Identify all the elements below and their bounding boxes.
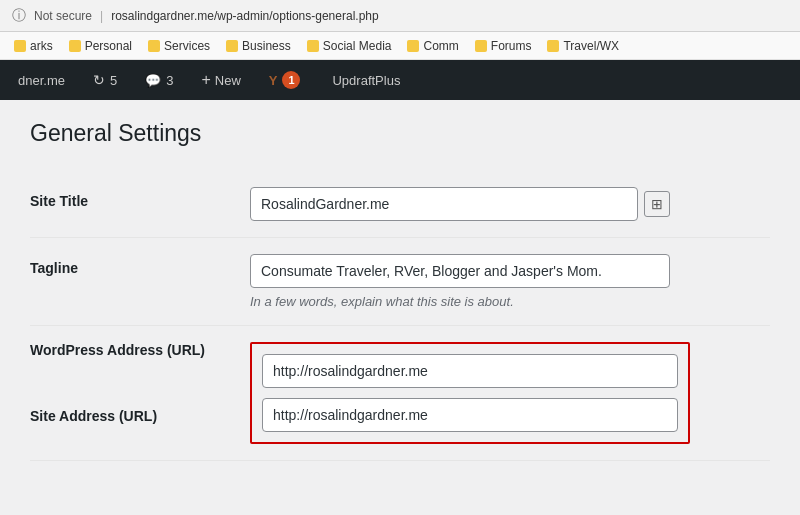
two-col-icon[interactable]: ⊞ [644,191,670,217]
main-content: General Settings Site Title ⊞ Tagline In… [0,100,800,515]
wp-address-input[interactable] [262,354,678,388]
address-labels: WordPress Address (URL) Site Address (UR… [30,342,250,424]
comments-item[interactable]: 💬 3 [139,60,179,100]
bookmark-travel-wx[interactable]: Travel/WX [541,37,625,55]
page-title: General Settings [30,120,770,147]
site-title-row: Site Title ⊞ [30,171,770,238]
tagline-hint: In a few words, explain what this site i… [250,294,770,309]
comment-icon: 💬 [145,73,161,88]
address-fields [250,342,770,444]
bookmark-label: Travel/WX [563,39,619,53]
bookmark-item[interactable]: arks [8,37,59,55]
bookmark-folder-icon [475,40,487,52]
refresh-item[interactable]: ↻ 5 [87,60,123,100]
bookmark-folder-icon [148,40,160,52]
not-secure-label: Not secure [34,9,92,23]
bookmark-label: Personal [85,39,132,53]
bookmark-services[interactable]: Services [142,37,216,55]
info-icon: ⓘ [12,7,26,25]
comments-count: 3 [166,73,173,88]
site-address-label: Site Address (URL) [30,408,250,424]
bookmark-business[interactable]: Business [220,37,297,55]
bookmark-folder-icon [69,40,81,52]
notification-badge: 1 [282,71,300,89]
bookmark-label: Social Media [323,39,392,53]
bookmark-label: Business [242,39,291,53]
wp-admin-bar: dner.me ↻ 5 💬 3 + New Y 1 UpdraftPlus [0,60,800,100]
site-title-field: ⊞ [250,187,770,221]
bookmarks-bar: arks Personal Services Business Social M… [0,32,800,60]
bookmark-forums[interactable]: Forums [469,37,538,55]
wp-address-row [262,354,678,388]
plus-icon: + [201,71,210,89]
site-title-input[interactable] [250,187,638,221]
bookmark-personal[interactable]: Personal [63,37,138,55]
site-address-row [262,398,678,432]
bookmark-comm[interactable]: Comm [401,37,464,55]
bookmark-label: Services [164,39,210,53]
updraftplus-label: UpdraftPlus [332,73,400,88]
bookmark-folder-icon [307,40,319,52]
yoast-item[interactable]: Y 1 [263,60,307,100]
address-rows: WordPress Address (URL) Site Address (UR… [30,326,770,461]
refresh-icon: ↻ [93,72,105,88]
bookmark-social-media[interactable]: Social Media [301,37,398,55]
bookmark-label: arks [30,39,53,53]
bookmark-folder-icon [547,40,559,52]
browser-bar: ⓘ Not secure | rosalindgardner.me/wp-adm… [0,0,800,32]
site-title-label: Site Title [30,187,250,209]
tagline-row: Tagline In a few words, explain what thi… [30,238,770,326]
bookmark-folder-icon [14,40,26,52]
bookmark-label: Forums [491,39,532,53]
settings-form: Site Title ⊞ Tagline In a few words, exp… [30,171,770,461]
site-address-input[interactable] [262,398,678,432]
tagline-label: Tagline [30,254,250,276]
tagline-field: In a few words, explain what this site i… [250,254,770,309]
tagline-input[interactable] [250,254,670,288]
browser-url: rosalindgardner.me/wp-admin/options-gene… [111,9,379,23]
url-red-border [250,342,690,444]
site-name-label: dner.me [18,73,65,88]
wp-address-label: WordPress Address (URL) [30,342,250,358]
site-name-item[interactable]: dner.me [12,60,71,100]
bookmark-label: Comm [423,39,458,53]
new-label: New [215,73,241,88]
site-title-wrapper: ⊞ [250,187,670,221]
new-button[interactable]: + New [195,60,246,100]
yoast-icon: Y [269,73,278,88]
refresh-count: 5 [110,73,117,88]
updraftplus-item[interactable]: UpdraftPlus [326,60,406,100]
bookmark-folder-icon [226,40,238,52]
separator: | [100,9,103,23]
bookmark-folder-icon [407,40,419,52]
